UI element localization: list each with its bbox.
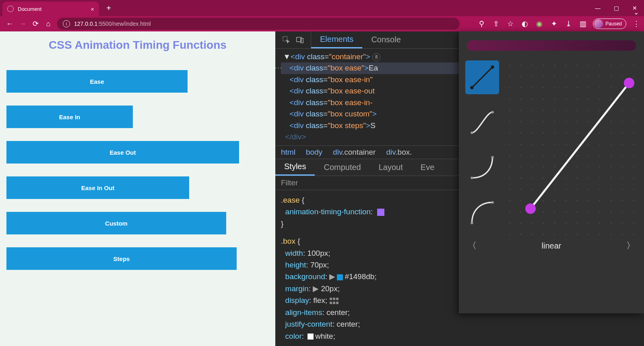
svg-line-12 — [530, 83, 629, 209]
inspect-element-icon[interactable] — [279, 35, 293, 44]
avatar-icon — [594, 19, 603, 28]
address-bar[interactable]: i 127.0.0.1:5500/new/index.html — [57, 18, 460, 30]
minimize-button[interactable]: — — [588, 0, 607, 16]
maximize-button[interactable]: ▢ — [607, 0, 625, 16]
bezier-handle-start[interactable] — [525, 203, 536, 214]
dom-row-menu-icon[interactable]: ⋯ — [275, 62, 282, 74]
tab-console[interactable]: Console — [362, 31, 409, 48]
svg-point-5 — [491, 65, 494, 69]
svg-point-11 — [491, 201, 493, 203]
svg-point-4 — [470, 86, 474, 89]
bezier-editor: 〈 linear 〉 — [459, 31, 644, 313]
svg-point-9 — [491, 156, 493, 158]
browser-toolbar: ← → ⟳ ⌂ i 127.0.0.1:5500/new/index.html … — [0, 16, 644, 31]
svg-point-7 — [491, 111, 493, 113]
bezier-preset-list — [465, 60, 499, 235]
flex-overlay-icon[interactable] — [330, 298, 339, 304]
close-window-button[interactable]: ✕ — [625, 0, 644, 16]
downloads-icon[interactable]: ⤓ — [564, 19, 573, 28]
box-steps: Steps — [6, 247, 237, 270]
bezier-curve-editor[interactable] — [504, 60, 638, 235]
bezier-preset-ease-in-out[interactable] — [465, 106, 499, 139]
rendered-page: CSS Animation Timing Functions Ease Ease… — [0, 31, 275, 346]
bezier-prev-button[interactable]: 〈 — [468, 240, 477, 252]
tab-event[interactable]: Eve — [412, 159, 443, 176]
bezier-preview-track — [467, 40, 636, 51]
bezier-handle-end[interactable] — [624, 78, 634, 88]
device-toolbar-icon[interactable] — [293, 35, 307, 44]
bezier-preset-ease-out[interactable] — [465, 196, 499, 230]
browser-tab[interactable]: Document × — [2, 2, 99, 16]
page-heading: CSS Animation Timing Functions — [6, 39, 269, 52]
crumb-box[interactable]: div.box. — [386, 148, 412, 157]
svg-point-6 — [471, 131, 473, 134]
home-button[interactable]: ⌂ — [42, 17, 55, 30]
window-controls: — ▢ ✕ — [588, 0, 644, 16]
crumb-html[interactable]: html — [281, 148, 295, 157]
crumb-container[interactable]: div.container — [333, 148, 376, 157]
box-ease-out: Ease Out — [6, 141, 239, 164]
color-swatch-icon[interactable] — [308, 334, 314, 340]
site-info-icon[interactable]: i — [63, 20, 70, 27]
profile-state: Paused — [605, 21, 622, 27]
extension-icon-1[interactable]: ◐ — [520, 19, 529, 28]
color-swatch-icon[interactable] — [337, 274, 343, 280]
reload-button[interactable]: ⟳ — [29, 17, 42, 30]
share-icon[interactable]: ⇪ — [491, 19, 500, 28]
url-host: 127.0.0.1 — [74, 21, 97, 27]
box-ease-in-out: Ease In Out — [6, 176, 189, 199]
box-ease: Ease — [6, 70, 188, 93]
forward-button[interactable]: → — [16, 17, 29, 30]
new-tab-button[interactable]: + — [103, 2, 114, 14]
browser-titlebar: Document × + ⌄ — ▢ ✕ — [0, 0, 644, 16]
bezier-name: linear — [542, 241, 561, 251]
extensions-puzzle-icon[interactable]: ✦ — [549, 19, 558, 28]
svg-point-10 — [471, 222, 473, 224]
svg-line-3 — [472, 67, 492, 87]
sidepanel-icon[interactable]: ▥ — [578, 19, 587, 28]
close-tab-icon[interactable]: × — [91, 6, 94, 12]
box-ease-in: Ease In — [6, 106, 133, 128]
bookmark-icon[interactable]: ☆ — [506, 19, 515, 28]
globe-icon — [7, 6, 14, 12]
url-port: :5500 — [97, 21, 111, 27]
tab-styles[interactable]: Styles — [275, 159, 315, 176]
bezier-preset-linear[interactable] — [465, 60, 499, 94]
url-path: /new/index.html — [111, 21, 151, 27]
tab-elements[interactable]: Elements — [311, 31, 362, 48]
flex-badge[interactable]: fl — [372, 53, 380, 61]
zoom-icon[interactable]: ⚲ — [477, 19, 486, 28]
browser-tab-title: Document — [18, 6, 41, 12]
back-button[interactable]: ← — [3, 17, 16, 30]
box-custom: Custom — [6, 212, 226, 234]
svg-rect-2 — [301, 38, 303, 43]
profile-chip[interactable]: Paused — [593, 19, 626, 29]
bezier-preset-ease-in[interactable] — [465, 151, 499, 184]
bezier-swatch-icon[interactable] — [377, 209, 384, 216]
tab-computed[interactable]: Computed — [315, 159, 369, 176]
extension-icon-2[interactable]: ◉ — [535, 19, 544, 28]
svg-point-8 — [471, 176, 473, 179]
bezier-next-button[interactable]: 〉 — [626, 240, 635, 252]
kebab-menu-icon[interactable]: ⋮ — [632, 19, 641, 28]
devtools-panel: Elements Console ⋯ ▼<div class="containe… — [275, 31, 644, 346]
tab-layout[interactable]: Layout — [370, 159, 412, 176]
crumb-body[interactable]: body — [306, 148, 322, 157]
bezier-curve[interactable] — [504, 60, 638, 233]
